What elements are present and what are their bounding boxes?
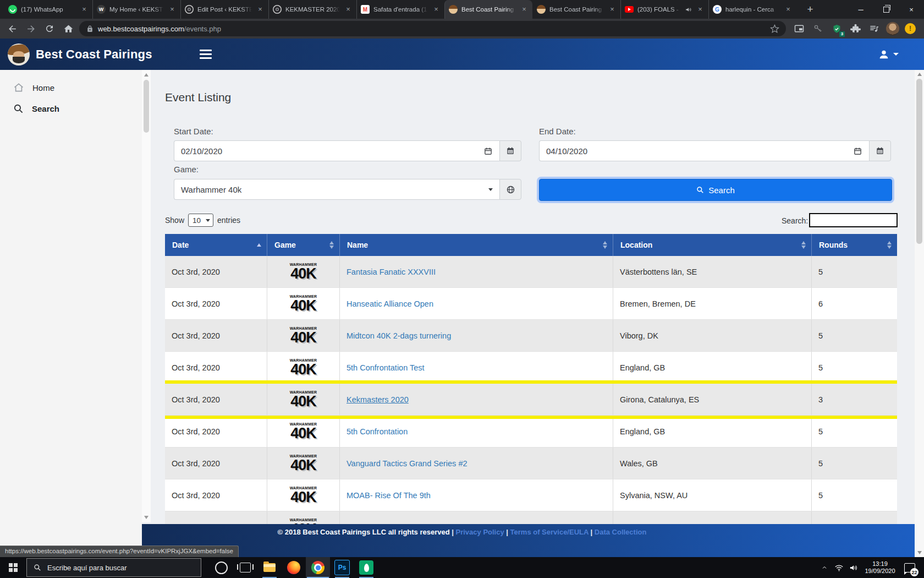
user-menu[interactable] (878, 48, 899, 61)
cortana-button[interactable] (209, 557, 233, 578)
cell-location: Sylvania, NSW, AU (613, 479, 812, 511)
network-icon[interactable] (832, 557, 846, 578)
tab-close-icon[interactable]: × (80, 5, 89, 14)
photoshop-button[interactable]: Ps (330, 557, 354, 578)
event-link[interactable]: 5th Confrontation (346, 427, 408, 436)
new-tab-button[interactable]: + (803, 2, 817, 17)
calendar-addon-button[interactable] (869, 140, 891, 161)
browser-tab[interactable]: Best Coast Pairing × (444, 0, 532, 19)
hamburger-menu-icon[interactable] (200, 50, 212, 59)
tab-close-icon[interactable]: × (520, 5, 529, 14)
back-button[interactable] (4, 21, 20, 36)
table-search-input[interactable] (809, 213, 898, 227)
event-link[interactable]: 5th Confrontation Test (346, 363, 425, 372)
start-button[interactable] (0, 557, 26, 578)
file-explorer-button[interactable] (257, 557, 282, 578)
scroll-down-arrow[interactable] (917, 551, 922, 554)
browser-tab[interactable]: (17) WhatsApp × (4, 0, 92, 19)
browser-tab[interactable]: KEKMASTER 2020 × (268, 0, 356, 19)
event-link[interactable]: Vanguard Tactics Grand Series #2 (346, 459, 468, 468)
sidebar-scrollbar[interactable] (142, 70, 151, 522)
reload-button[interactable] (42, 21, 57, 36)
green-app-button[interactable] (354, 557, 378, 578)
volume-icon[interactable] (846, 557, 860, 578)
tab-audio-icon[interactable] (685, 6, 692, 13)
date-picker-icon[interactable] (483, 146, 493, 156)
sidebar-item-search[interactable]: Search (0, 100, 142, 117)
playlist-icon[interactable] (867, 22, 881, 35)
event-link[interactable]: Midtcon 40K 2-dags turnering (346, 331, 451, 340)
window-minimize-button[interactable]: ─ (848, 0, 873, 19)
profile-alert-icon[interactable]: ! (905, 23, 916, 34)
tab-close-icon[interactable]: × (696, 5, 705, 14)
tab-close-icon[interactable]: × (608, 5, 617, 14)
tab-close-icon[interactable]: × (784, 5, 793, 14)
start-date-label: Start Date: (174, 127, 213, 136)
hidden-icons-chevron[interactable] (817, 557, 832, 578)
best-coast-pairings-logo[interactable] (8, 43, 30, 66)
column-header-location[interactable]: Location (613, 234, 812, 256)
scroll-up-arrow[interactable] (917, 73, 922, 76)
tab-close-icon[interactable]: × (432, 5, 441, 14)
browser-tab[interactable]: My Home ‹ KEKST × (92, 0, 180, 19)
extensions-puzzle-icon[interactable] (849, 22, 862, 35)
adblock-shield-icon[interactable]: 3 (830, 22, 843, 35)
tab-title: KEKMASTER 2020 (285, 6, 340, 13)
scroll-down-arrow[interactable] (144, 516, 148, 519)
browser-tab[interactable]: harlequin - Cerca × (708, 0, 796, 19)
taskbar-clock[interactable]: 13:19 19/09/2020 (860, 560, 900, 575)
sidebar-item-home[interactable]: Home (0, 79, 142, 96)
footer-link[interactable]: Data Collection (595, 528, 647, 536)
game-addon-button[interactable] (499, 179, 521, 200)
window-close-button[interactable]: × (899, 0, 924, 19)
event-link[interactable]: Hanseatic Alliance Open (346, 299, 433, 308)
browser-tab[interactable]: (203) FOALS - × (620, 0, 708, 19)
column-header-rounds[interactable]: Rounds (812, 234, 897, 256)
date-picker-icon[interactable] (853, 146, 862, 156)
firefox-button[interactable] (282, 557, 306, 578)
taskbar-search-box[interactable]: Escribe aquí para buscar (26, 558, 201, 577)
tab-close-icon[interactable]: × (344, 5, 353, 14)
search-button[interactable]: Search (539, 179, 892, 201)
lock-icon[interactable] (86, 22, 94, 35)
browser-tab[interactable]: Safata d'entrada (1 × (356, 0, 444, 19)
address-bar[interactable]: web.bestcoastpairings.com/events.php (79, 21, 786, 36)
window-restore-button[interactable] (873, 0, 899, 19)
chrome-button[interactable] (306, 557, 330, 578)
windows-taskbar: Escribe aquí para buscar Ps 13:19 19/09/… (0, 557, 924, 578)
scroll-up-arrow[interactable] (144, 73, 148, 77)
cell-rounds: 5 (812, 511, 897, 524)
end-date-input[interactable]: 04/10/2020 (539, 140, 869, 161)
scroll-thumb[interactable] (916, 79, 922, 244)
game-select[interactable]: Warhammer 40k (174, 179, 499, 200)
home-button[interactable] (61, 21, 76, 36)
scroll-thumb[interactable] (144, 80, 149, 133)
event-link[interactable]: Kekmasters 2020 (346, 395, 409, 404)
browser-tab[interactable]: Best Coast Pairing × (532, 0, 620, 19)
tab-close-icon[interactable]: × (256, 5, 265, 14)
action-center-button[interactable]: 22 (900, 557, 920, 578)
key-icon[interactable] (811, 22, 824, 35)
event-link[interactable]: 40k Octoberfest 2020 (346, 523, 423, 525)
forward-button[interactable] (23, 21, 38, 36)
start-date-input[interactable]: 02/10/2020 (174, 140, 499, 161)
calendar-addon-button[interactable] (499, 140, 521, 161)
event-link[interactable]: MOAB- Rise Of The 9th (346, 491, 431, 500)
picture-in-picture-icon[interactable] (793, 22, 806, 35)
page-scrollbar[interactable] (915, 70, 924, 557)
footer-link[interactable]: Privacy Policy (456, 528, 504, 536)
profile-avatar[interactable] (886, 22, 899, 35)
footer-links: | Privacy Policy | Terms of Service/EULA… (450, 528, 647, 536)
event-link[interactable]: Fantasia Fanatic XXXVIII (346, 268, 436, 276)
footer-link[interactable]: Terms of Service/EULA (510, 528, 588, 536)
column-header-name[interactable]: Name (340, 234, 613, 256)
bookmark-star-icon[interactable] (770, 24, 779, 34)
page-size-select[interactable]: 10 (188, 214, 213, 227)
task-view-button[interactable] (233, 557, 257, 578)
cell-rounds: 5 (812, 416, 897, 447)
cell-rounds: 5 (812, 448, 897, 479)
column-header-date[interactable]: Date (165, 234, 267, 256)
browser-tab[interactable]: Edit Post ‹ KEKSTE × (180, 0, 268, 19)
tab-close-icon[interactable]: × (168, 5, 177, 14)
column-header-game[interactable]: Game (267, 234, 340, 256)
